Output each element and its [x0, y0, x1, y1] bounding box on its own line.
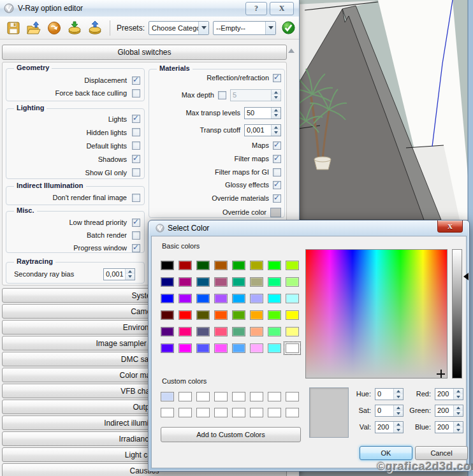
ok-button[interactable]: OK: [360, 446, 412, 460]
basic-color-swatch[interactable]: [250, 261, 263, 270]
rollout-global-switches[interactable]: Global switches: [2, 45, 287, 60]
dont-render-final-image-checkbox[interactable]: [132, 194, 140, 202]
basic-color-swatch[interactable]: [232, 343, 245, 353]
window-titlebar[interactable]: V-Ray option editor ? X: [0, 0, 299, 17]
import-preset-button[interactable]: [66, 20, 83, 36]
custom-color-swatch[interactable]: [268, 408, 281, 417]
glossy-effects-checkbox[interactable]: [273, 181, 281, 189]
basic-color-swatch[interactable]: [161, 277, 174, 287]
spinner-arrows[interactable]: [271, 108, 280, 119]
basic-color-swatch[interactable]: [214, 310, 228, 320]
reflection-refraction-checkbox[interactable]: [273, 74, 281, 82]
custom-color-swatch[interactable]: [178, 392, 192, 401]
sat-spinner[interactable]: 0: [375, 405, 404, 417]
basic-color-swatch[interactable]: [196, 261, 210, 270]
lights-checkbox[interactable]: [132, 115, 140, 123]
apply-button[interactable]: [280, 20, 296, 36]
custom-color-swatch[interactable]: [232, 408, 245, 417]
default-lights-checkbox[interactable]: [132, 141, 140, 150]
preset-category-dropdown[interactable]: Choose Category: [149, 21, 209, 35]
basic-color-swatch[interactable]: [250, 277, 263, 287]
add-to-custom-colors-button[interactable]: Add to Custom Colors: [161, 427, 301, 442]
transp-cutoff-spinner[interactable]: 0,001: [244, 124, 281, 136]
preset-name-dropdown[interactable]: --Empty--: [213, 21, 276, 35]
basic-color-swatch[interactable]: [214, 343, 228, 353]
basic-color-swatch[interactable]: [161, 327, 174, 336]
value-slider-arrow[interactable]: [463, 273, 469, 280]
basic-color-swatch[interactable]: [250, 294, 263, 303]
shadows-checkbox[interactable]: [132, 155, 140, 163]
max-depth-checkbox[interactable]: [218, 91, 226, 99]
hue-spinner[interactable]: 0: [375, 388, 404, 400]
save-settings-button[interactable]: [5, 20, 22, 36]
batch-render-checkbox[interactable]: [132, 231, 140, 240]
basic-color-swatch[interactable]: [268, 310, 281, 320]
basic-color-swatch[interactable]: [178, 343, 192, 353]
custom-color-swatch[interactable]: [214, 392, 228, 401]
load-settings-button[interactable]: [25, 20, 42, 36]
custom-color-swatch[interactable]: [214, 408, 228, 417]
value-slider[interactable]: [452, 249, 462, 379]
chevron-down-icon[interactable]: [265, 22, 275, 34]
secondary-ray-bias-spinner[interactable]: 0,001: [103, 268, 135, 280]
basic-color-swatch[interactable]: [196, 310, 210, 320]
show-gi-only-checkbox[interactable]: [132, 168, 140, 177]
spinner-arrows[interactable]: [271, 125, 280, 136]
basic-color-swatch[interactable]: [232, 327, 245, 336]
spinner-arrows[interactable]: [125, 269, 135, 280]
basic-color-swatch[interactable]: [232, 310, 245, 320]
custom-color-swatch[interactable]: [161, 408, 174, 417]
dialog-close-button[interactable]: X: [437, 220, 463, 233]
custom-color-swatch[interactable]: [161, 392, 174, 401]
basic-color-swatch[interactable]: [161, 294, 174, 303]
basic-color-swatch[interactable]: [250, 343, 263, 353]
hidden-lights-checkbox[interactable]: [132, 128, 140, 136]
basic-color-swatch[interactable]: [286, 261, 299, 270]
val-spinner[interactable]: 200: [375, 421, 404, 433]
custom-color-swatch[interactable]: [268, 392, 281, 401]
basic-color-swatch[interactable]: [268, 294, 281, 303]
basic-color-swatch[interactable]: [178, 310, 192, 320]
green-spinner[interactable]: 200: [435, 405, 463, 417]
filter-maps-checkbox[interactable]: [273, 155, 281, 163]
basic-color-swatch[interactable]: [214, 277, 228, 287]
basic-color-swatch[interactable]: [178, 277, 192, 287]
restore-defaults-button[interactable]: [46, 20, 62, 36]
chevron-down-icon[interactable]: [198, 22, 208, 34]
basic-color-swatch[interactable]: [250, 327, 263, 336]
basic-color-swatch[interactable]: [161, 310, 174, 320]
maps-checkbox[interactable]: [273, 141, 281, 150]
basic-color-swatch[interactable]: [286, 277, 299, 287]
override-color-swatch[interactable]: [270, 208, 281, 217]
max-depth-spinner[interactable]: 5: [230, 89, 281, 101]
basic-color-swatch[interactable]: [286, 327, 299, 336]
basic-color-swatch[interactable]: [196, 343, 210, 353]
custom-color-swatch[interactable]: [178, 408, 192, 417]
progress-window-checkbox[interactable]: [132, 244, 140, 252]
hue-saturation-picker[interactable]: [305, 249, 448, 379]
scrollbar-up-arrow[interactable]: [288, 48, 295, 53]
basic-color-swatch[interactable]: [178, 261, 192, 270]
basic-color-swatch[interactable]: [232, 277, 245, 287]
basic-color-swatch[interactable]: [178, 327, 192, 336]
help-button[interactable]: ?: [245, 2, 267, 15]
basic-color-swatch[interactable]: [214, 261, 228, 270]
basic-color-swatch[interactable]: [232, 261, 245, 270]
override-materials-checkbox[interactable]: [273, 194, 281, 203]
spinner-arrows[interactable]: [453, 389, 463, 400]
basic-color-swatch[interactable]: [268, 343, 281, 353]
basic-color-swatch[interactable]: [196, 327, 210, 336]
custom-color-swatch[interactable]: [286, 408, 299, 417]
force-back-face-culling-checkbox[interactable]: [132, 89, 140, 97]
basic-color-swatch[interactable]: [286, 343, 299, 353]
export-preset-button[interactable]: [87, 20, 103, 36]
basic-color-swatch[interactable]: [196, 294, 210, 303]
basic-color-swatch[interactable]: [161, 261, 174, 270]
custom-color-swatch[interactable]: [250, 408, 263, 417]
blue-spinner[interactable]: 200: [435, 421, 463, 433]
spinner-arrows[interactable]: [453, 405, 463, 416]
custom-color-swatch[interactable]: [286, 392, 299, 401]
basic-color-swatch[interactable]: [232, 294, 245, 303]
basic-color-swatch[interactable]: [250, 310, 263, 320]
basic-color-swatch[interactable]: [178, 294, 192, 303]
